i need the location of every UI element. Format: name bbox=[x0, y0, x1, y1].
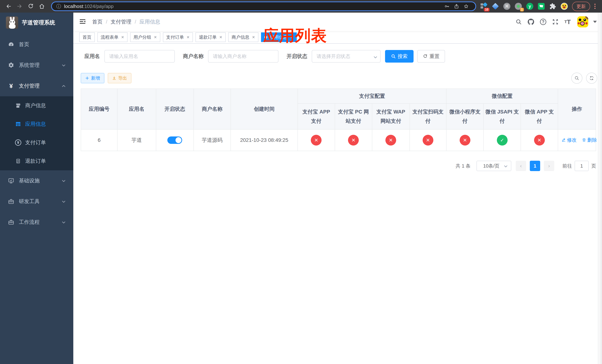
breadcrumb-home[interactable]: 首页 bbox=[92, 18, 103, 25]
page-scrollbar[interactable] bbox=[598, 13, 602, 364]
goto-label: 前往 bbox=[562, 163, 572, 169]
goto-page-input[interactable] bbox=[575, 161, 589, 171]
delete-link[interactable]: 删除 bbox=[582, 137, 597, 143]
close-icon[interactable]: ✕ bbox=[219, 35, 222, 39]
status-select[interactable] bbox=[312, 50, 381, 63]
extension-command-icon[interactable]: ⌘ bbox=[503, 2, 511, 11]
sidebar-item-infrastructure[interactable]: 基础设施 bbox=[0, 170, 73, 191]
top-navbar: 首页 / 支付管理 / 应用信息 ? TT bbox=[73, 13, 602, 31]
chevron-down-icon bbox=[373, 54, 377, 58]
avatar-caret-down-icon[interactable] bbox=[593, 21, 597, 23]
app-name-input[interactable] bbox=[104, 50, 175, 63]
prev-page-button[interactable]: ‹ bbox=[516, 161, 526, 171]
user-avatar[interactable] bbox=[577, 16, 588, 27]
extension-badge: 10 bbox=[484, 8, 489, 11]
font-size-icon[interactable]: TT bbox=[563, 17, 572, 27]
search-form: 应用名 商户名称 开启状态 搜索 bbox=[85, 50, 597, 63]
tag-merchant-info[interactable]: 商户信息✕ bbox=[228, 32, 258, 42]
tag-refund-orders[interactable]: 退款订单✕ bbox=[195, 32, 226, 42]
password-key-icon[interactable] bbox=[442, 3, 452, 10]
close-icon[interactable]: ✕ bbox=[121, 35, 124, 39]
browser-menu-icon[interactable] bbox=[592, 4, 598, 9]
extension-recorder-icon[interactable]: 1 bbox=[514, 2, 522, 11]
breadcrumb: 首页 / 支付管理 / 应用信息 bbox=[92, 18, 160, 25]
col-header-actions: 操作 bbox=[558, 89, 596, 129]
enabled-toggle[interactable] bbox=[167, 137, 182, 144]
show-search-button[interactable] bbox=[571, 73, 582, 84]
col-header-created: 创建时间 bbox=[231, 89, 298, 129]
merchant-name-input[interactable] bbox=[208, 50, 279, 63]
app-logo: 芋道管理系统 bbox=[0, 13, 73, 30]
sidebar-item-system[interactable]: 系统管理 bbox=[0, 55, 73, 75]
sidebar-item-app-info[interactable]: 应用信息 bbox=[0, 115, 73, 133]
grid-table-icon bbox=[14, 121, 22, 127]
extension-y-icon[interactable]: y bbox=[526, 2, 534, 11]
sidebar-item-merchant-info[interactable]: 商户信息 bbox=[0, 96, 73, 115]
breadcrumb-parent[interactable]: 支付管理 bbox=[111, 18, 131, 25]
cell-name: 芋道 bbox=[117, 129, 156, 151]
sidebar-item-home[interactable]: 首页 bbox=[0, 34, 73, 55]
sidebar-fold-icon[interactable] bbox=[79, 18, 87, 26]
browser-update-button[interactable]: 更新 bbox=[572, 2, 590, 11]
tag-home[interactable]: 首页 bbox=[79, 32, 95, 42]
extension-blocks-icon[interactable]: 10 bbox=[480, 2, 488, 11]
yen-circle-icon: ¥ bbox=[14, 139, 22, 146]
cell-id: 6 bbox=[81, 129, 117, 151]
extension-icons: 10 ⌘ 1 y bbox=[480, 2, 568, 11]
monitor-check-icon bbox=[7, 178, 16, 184]
tags-view: 首页 流程表单✕ 用户分组✕ 支付订单✕ 退款订单✕ 商户信息✕ 应用信息✕ bbox=[73, 31, 602, 44]
page-size-select[interactable]: 10条/页 bbox=[476, 161, 511, 171]
extension-kite-icon[interactable] bbox=[491, 2, 499, 11]
share-icon[interactable] bbox=[452, 3, 461, 10]
sidebar-item-refund-orders[interactable]: 退款订单 bbox=[0, 152, 73, 170]
status-wx-app-icon: ✕ bbox=[534, 135, 545, 146]
browser-forward-button[interactable] bbox=[14, 1, 25, 12]
chevron-down-icon bbox=[62, 220, 66, 225]
site-info-icon[interactable]: ⓘ bbox=[56, 3, 61, 10]
tag-process-form[interactable]: 流程表单✕ bbox=[97, 32, 128, 42]
yen-icon: ¥ bbox=[7, 83, 16, 89]
sidebar-item-pay-orders[interactable]: ¥ 支付订单 bbox=[0, 133, 73, 152]
tag-pay-orders[interactable]: 支付订单✕ bbox=[163, 32, 193, 42]
gear-icon bbox=[7, 62, 16, 68]
browser-reload-button[interactable] bbox=[25, 1, 36, 12]
github-icon[interactable] bbox=[526, 17, 536, 27]
close-icon[interactable]: ✕ bbox=[154, 35, 157, 39]
browser-back-button[interactable] bbox=[3, 1, 14, 12]
fullscreen-icon[interactable] bbox=[550, 17, 560, 27]
tag-user-group[interactable]: 用户分组✕ bbox=[130, 32, 160, 42]
tag-app-info[interactable]: 应用信息✕ bbox=[261, 32, 297, 42]
next-page-button[interactable]: › bbox=[544, 161, 554, 171]
sidebar-item-dev-tools[interactable]: 研发工具 bbox=[0, 191, 73, 212]
app-title: 芋道管理系统 bbox=[22, 19, 55, 26]
page-unit-label: 页 bbox=[591, 163, 596, 169]
col-group-wechat: 微信配置 bbox=[446, 89, 558, 104]
status-alipay-wap-icon: ✕ bbox=[386, 135, 396, 146]
export-button[interactable]: 导出 bbox=[108, 73, 131, 83]
page-content: 应用名 商户名称 开启状态 搜索 bbox=[73, 44, 602, 364]
address-bar[interactable]: ⓘ localhost:1024/pay/app bbox=[51, 1, 476, 11]
header-search-icon[interactable] bbox=[514, 17, 524, 27]
bookmark-star-icon[interactable] bbox=[461, 3, 471, 10]
refresh-button[interactable] bbox=[586, 73, 597, 84]
status-wx-jsapi-icon: ✓ bbox=[497, 135, 508, 146]
sidebar-item-workflow[interactable]: 工作流程 bbox=[0, 212, 73, 233]
extension-emoji-icon[interactable] bbox=[560, 2, 568, 11]
current-page[interactable]: 1 bbox=[530, 161, 540, 171]
sidebar-item-payment[interactable]: ¥ 支付管理 bbox=[0, 75, 73, 96]
help-icon[interactable]: ? bbox=[538, 17, 548, 27]
extensions-puzzle-icon[interactable] bbox=[549, 2, 557, 11]
add-button[interactable]: 新增 bbox=[81, 73, 104, 83]
chevron-down-icon bbox=[62, 63, 66, 67]
close-icon[interactable]: ✕ bbox=[187, 35, 190, 39]
col-header-wx-jsapi: 微信 JSAPI 支付 bbox=[484, 104, 521, 129]
close-icon[interactable]: ✕ bbox=[252, 35, 255, 39]
reset-button[interactable]: 重置 bbox=[417, 50, 445, 63]
extension-chat-icon[interactable] bbox=[537, 2, 545, 11]
close-icon[interactable]: ✕ bbox=[290, 35, 293, 39]
browser-home-button[interactable] bbox=[36, 1, 47, 12]
extension-badge: 1 bbox=[520, 8, 524, 11]
search-button[interactable]: 搜索 bbox=[385, 50, 414, 63]
edit-link[interactable]: 修改 bbox=[561, 137, 577, 143]
url-text: localhost:1024/pay/app bbox=[64, 3, 442, 9]
